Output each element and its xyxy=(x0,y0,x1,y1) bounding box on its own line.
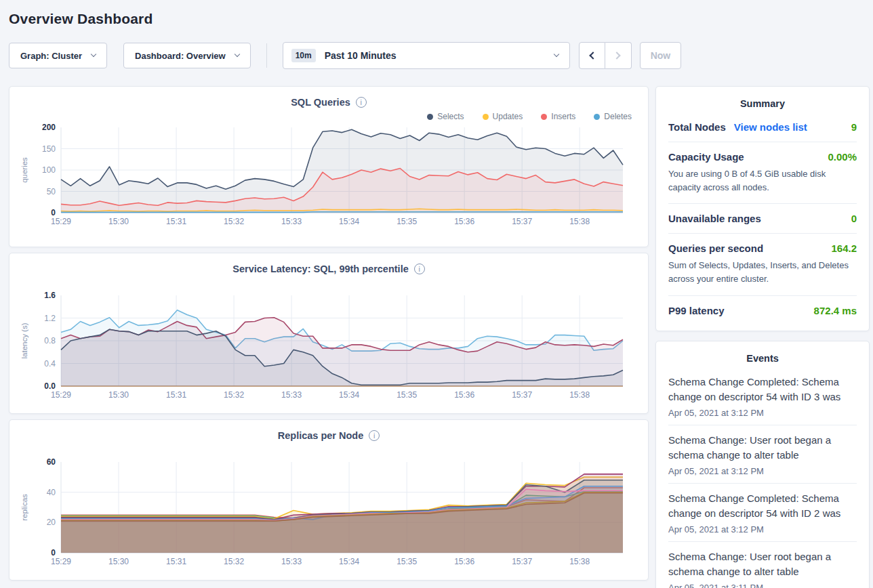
event-text: Schema Change: User root began a schema … xyxy=(668,433,857,463)
side-column: Summary Total Nodes View nodes list 9 Ca… xyxy=(655,86,870,588)
svg-text:15:36: 15:36 xyxy=(454,390,474,400)
charts-column: SQL Queries i Selects Updates Inserts xyxy=(9,86,649,581)
events-title: Events xyxy=(668,353,857,364)
service-latency-panel: Service Latency: SQL, 99th percentile i … xyxy=(9,253,649,414)
summary-label: Capacity Usage xyxy=(668,151,744,163)
svg-text:200: 200 xyxy=(42,123,56,132)
svg-text:15:34: 15:34 xyxy=(339,557,359,566)
chevron-left-icon xyxy=(589,51,596,59)
chart-title-row: Service Latency: SQL, 99th percentile i xyxy=(18,261,640,276)
svg-text:latency (s): latency (s) xyxy=(20,322,28,358)
summary-description: Sum of Selects, Updates, Inserts, and De… xyxy=(668,259,857,286)
legend-item-deletes: Deletes xyxy=(594,112,632,121)
svg-text:15:29: 15:29 xyxy=(51,390,71,400)
toolbar: Graph: Cluster Dashboard: Overview 10m P… xyxy=(9,42,870,69)
time-back-button[interactable] xyxy=(579,42,605,69)
time-range-picker[interactable]: 10m Past 10 Minutes xyxy=(283,42,570,69)
legend-dot xyxy=(483,114,489,120)
summary-label: Unavailable ranges xyxy=(668,213,761,224)
svg-text:150: 150 xyxy=(42,144,56,154)
summary-value: 164.2 xyxy=(831,243,857,254)
summary-label: Queries per second xyxy=(668,243,763,254)
info-icon[interactable]: i xyxy=(356,97,367,108)
event-text: Schema Change: User root began a schema … xyxy=(668,549,857,580)
svg-text:15:38: 15:38 xyxy=(569,557,590,566)
svg-text:15:37: 15:37 xyxy=(512,557,532,566)
dashboard-dropdown[interactable]: Dashboard: Overview xyxy=(123,43,251,68)
summary-label: P99 latency xyxy=(668,305,725,316)
now-button[interactable]: Now xyxy=(640,42,682,69)
svg-text:50: 50 xyxy=(47,187,56,196)
svg-text:15:37: 15:37 xyxy=(512,217,532,226)
chevron-right-icon xyxy=(613,51,621,59)
svg-text:40: 40 xyxy=(47,488,56,497)
legend-dot xyxy=(427,114,433,120)
summary-value: 9 xyxy=(851,121,857,133)
legend-item-inserts: Inserts xyxy=(541,112,575,121)
svg-text:0.8: 0.8 xyxy=(44,336,56,345)
summary-title: Summary xyxy=(668,98,857,109)
svg-text:15:31: 15:31 xyxy=(166,557,186,566)
legend-label: Updates xyxy=(493,112,523,121)
svg-text:1.6: 1.6 xyxy=(44,291,56,300)
info-icon[interactable]: i xyxy=(414,264,425,274)
event-item[interactable]: Schema Change: User root began a schema … xyxy=(668,425,857,484)
svg-text:15:37: 15:37 xyxy=(512,390,532,400)
summary-value: 0 xyxy=(851,213,857,224)
chart-title-row: Replicas per Node i xyxy=(18,428,640,443)
time-forward-button[interactable] xyxy=(605,42,632,69)
sql-queries-chart[interactable]: 05010015020015:2915:3015:3115:3215:3315:… xyxy=(18,123,641,230)
summary-row-p99-latency: P99 latency 872.4 ms xyxy=(668,296,857,325)
svg-text:0: 0 xyxy=(51,208,56,217)
svg-text:15:30: 15:30 xyxy=(108,390,129,400)
chevron-down-icon xyxy=(234,51,239,57)
summary-row-queries-per-second: Queries per second 164.2 Sum of Selects,… xyxy=(668,234,857,295)
view-nodes-list-link[interactable]: View nodes list xyxy=(734,121,807,133)
chart-title: Replicas per Node xyxy=(278,430,364,441)
legend-dot xyxy=(541,114,547,120)
event-item[interactable]: Schema Change: User root began a schema … xyxy=(668,542,857,588)
svg-text:15:30: 15:30 xyxy=(108,557,129,566)
svg-text:0: 0 xyxy=(51,548,56,558)
replicas-per-node-chart[interactable]: 020406015:2915:3015:3115:3215:3315:3415:… xyxy=(18,458,641,570)
overview-dashboard-page: Overview Dashboard Graph: Cluster Dashbo… xyxy=(0,0,873,588)
chart-title: Service Latency: SQL, 99th percentile xyxy=(232,264,409,274)
event-item[interactable]: Schema Change Completed: Schema change o… xyxy=(668,367,857,425)
event-item[interactable]: Schema Change Completed: Schema change o… xyxy=(668,484,857,542)
svg-text:15:32: 15:32 xyxy=(224,217,244,226)
chevron-down-icon xyxy=(553,51,559,57)
service-latency-chart[interactable]: 0.00.40.81.21.615:2915:3015:3115:3215:33… xyxy=(18,291,641,404)
summary-panel: Summary Total Nodes View nodes list 9 Ca… xyxy=(655,86,870,331)
summary-row-unavailable-ranges: Unavailable ranges 0 xyxy=(668,204,857,234)
summary-description: You are using 0 B of 4.5 GiB usable disk… xyxy=(668,167,857,194)
svg-text:15:34: 15:34 xyxy=(339,217,359,226)
event-timestamp: Apr 05, 2021 at 3:12 PM xyxy=(668,466,857,476)
summary-value: 0.00% xyxy=(828,151,857,163)
time-range-label: Past 10 Minutes xyxy=(325,50,546,61)
summary-value: 872.4 ms xyxy=(814,305,857,316)
event-timestamp: Apr 05, 2021 at 3:12 PM xyxy=(668,408,857,418)
svg-text:15:38: 15:38 xyxy=(569,390,590,400)
chart-title-row: SQL Queries i xyxy=(18,95,640,110)
svg-text:15:36: 15:36 xyxy=(454,557,474,566)
legend-dot xyxy=(594,114,600,120)
info-icon[interactable]: i xyxy=(369,430,380,441)
svg-text:15:31: 15:31 xyxy=(166,217,186,226)
sql-queries-panel: SQL Queries i Selects Updates Inserts xyxy=(9,86,649,247)
svg-text:20: 20 xyxy=(47,518,56,527)
summary-label: Total Nodes xyxy=(668,121,726,133)
svg-text:15:34: 15:34 xyxy=(339,390,359,400)
legend-label: Selects xyxy=(437,112,464,121)
legend-label: Inserts xyxy=(551,112,575,121)
event-text: Schema Change Completed: Schema change o… xyxy=(668,491,857,522)
svg-text:0.0: 0.0 xyxy=(44,381,56,391)
graph-dropdown-label: Graph: Cluster xyxy=(20,51,82,61)
dashboard-dropdown-label: Dashboard: Overview xyxy=(135,51,226,61)
legend-item-updates: Updates xyxy=(483,112,523,121)
toolbar-divider xyxy=(266,43,267,68)
chart-title: SQL Queries xyxy=(291,97,350,108)
graph-dropdown[interactable]: Graph: Cluster xyxy=(9,43,107,68)
legend-label: Deletes xyxy=(604,112,632,121)
summary-row-capacity-usage: Capacity Usage 0.00% You are using 0 B o… xyxy=(668,142,857,204)
event-timestamp: Apr 05, 2021 at 3:12 PM xyxy=(668,524,857,534)
